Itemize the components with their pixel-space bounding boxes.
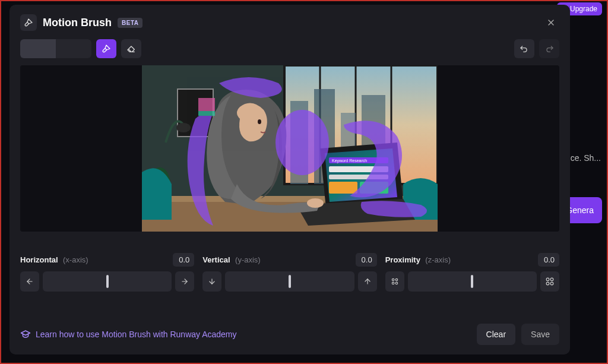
- arrow-down-icon: [208, 277, 216, 286]
- motion-brush-modal: Motion Brush BETA: [10, 5, 570, 354]
- brush-swatch-1[interactable]: [20, 39, 56, 58]
- brush-swatch-2[interactable]: [56, 39, 91, 58]
- horizontal-decrease-button[interactable]: [20, 271, 39, 292]
- proximity-axis: (z-axis): [425, 255, 451, 264]
- vertical-decrease-button[interactable]: [202, 271, 221, 292]
- svg-point-35: [395, 278, 398, 281]
- svg-point-41: [550, 282, 553, 285]
- vertical-axis: (y-axis): [235, 255, 261, 264]
- vertical-control: Vertical (y-axis) 0.0: [202, 253, 376, 292]
- horizontal-axis: (x-axis): [63, 255, 88, 264]
- undo-button[interactable]: [514, 39, 534, 58]
- horizontal-control: Horizontal (x-axis) 0.0: [20, 253, 194, 292]
- eraser-icon: [126, 44, 136, 53]
- motion-brush-title-icon: [20, 14, 37, 31]
- slider-thumb[interactable]: [106, 275, 109, 288]
- modal-title: Motion Brush: [43, 17, 112, 29]
- slider-thumb[interactable]: [471, 275, 473, 288]
- proximity-decrease-button[interactable]: [385, 271, 404, 292]
- svg-rect-28: [198, 98, 215, 111]
- close-icon: [546, 18, 556, 27]
- scene-illustration: Keyword Research: [142, 65, 438, 232]
- modal-footer: Learn how to use Motion Brush with Runwa…: [20, 324, 559, 345]
- proximity-increase-button[interactable]: [540, 271, 559, 292]
- redo-button[interactable]: [539, 39, 559, 58]
- toolbar: [20, 39, 559, 58]
- close-button[interactable]: [543, 14, 559, 31]
- svg-point-36: [392, 282, 394, 284]
- proximity-label: Proximity: [385, 255, 420, 264]
- horizontal-increase-button[interactable]: [175, 271, 194, 292]
- brush-color-swatches[interactable]: [20, 39, 91, 58]
- vertical-value[interactable]: 0.0: [356, 253, 377, 267]
- svg-point-25: [258, 119, 261, 124]
- arrow-up-icon: [363, 277, 372, 286]
- vertical-slider[interactable]: [225, 271, 354, 292]
- laptop-screen-title: Keyword Research: [332, 159, 367, 163]
- horizontal-label: Horizontal: [20, 255, 58, 264]
- eraser-tool-button[interactable]: [121, 39, 141, 58]
- arrow-right-icon: [180, 277, 189, 286]
- svg-point-34: [392, 278, 394, 281]
- background-truncated-text: ce. Sh...: [571, 153, 601, 163]
- horizontal-value[interactable]: 0.0: [173, 253, 194, 267]
- zoom-out-icon: [391, 277, 399, 286]
- brush-icon: [24, 18, 33, 27]
- svg-point-37: [395, 282, 398, 284]
- brush-tool-button[interactable]: [96, 39, 116, 58]
- proximity-slider[interactable]: [408, 271, 537, 292]
- canvas-area[interactable]: Keyword Research: [20, 65, 559, 232]
- svg-point-27: [276, 110, 329, 175]
- vertical-label: Vertical: [202, 255, 230, 264]
- undo-icon: [520, 44, 529, 53]
- vertical-increase-button[interactable]: [358, 271, 377, 292]
- modal-header: Motion Brush BETA: [20, 14, 559, 31]
- zoom-in-icon: [546, 277, 554, 286]
- redo-icon: [544, 44, 554, 53]
- horizontal-slider[interactable]: [43, 271, 172, 292]
- clear-button[interactable]: Clear: [477, 324, 515, 345]
- slider-thumb[interactable]: [289, 275, 291, 288]
- upgrade-label: Upgrade: [570, 5, 597, 13]
- canvas-image[interactable]: Keyword Research: [142, 65, 438, 232]
- svg-point-13: [176, 123, 191, 132]
- motion-controls: Horizontal (x-axis) 0.0 Vert: [20, 253, 559, 292]
- learn-link-label: Learn how to use Motion Brush with Runwa…: [36, 330, 237, 339]
- save-button[interactable]: Save: [521, 324, 559, 345]
- arrow-left-icon: [26, 277, 34, 286]
- graduation-cap-icon: [20, 329, 31, 340]
- beta-badge: BETA: [118, 18, 142, 28]
- svg-point-40: [546, 282, 549, 285]
- brush-icon: [102, 44, 111, 53]
- svg-rect-29: [198, 111, 215, 116]
- proximity-control: Proximity (z-axis) 0.0: [385, 253, 559, 292]
- svg-point-26: [307, 198, 324, 208]
- svg-point-38: [546, 278, 549, 281]
- svg-rect-23: [329, 182, 357, 194]
- svg-point-39: [550, 278, 553, 281]
- proximity-value[interactable]: 0.0: [538, 253, 559, 267]
- learn-link[interactable]: Learn how to use Motion Brush with Runwa…: [20, 329, 237, 340]
